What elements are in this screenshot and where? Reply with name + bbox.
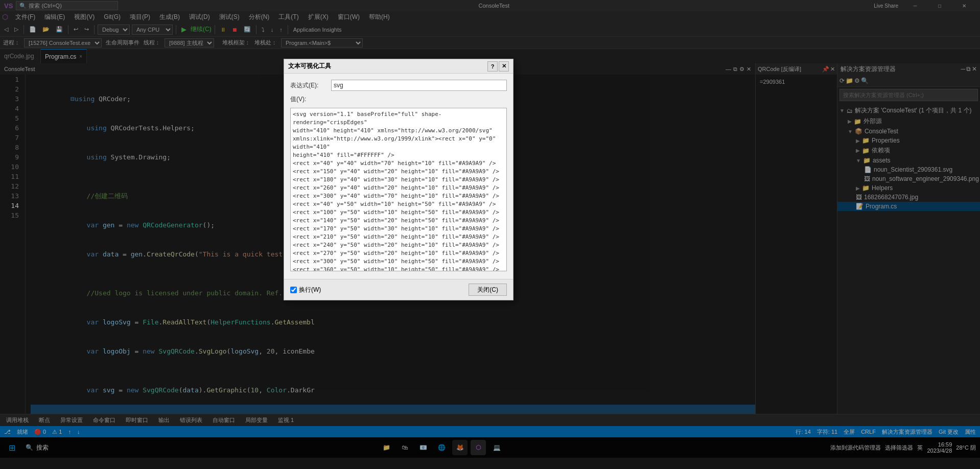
- dialog-close-titlebar-btn[interactable]: ✕: [499, 61, 509, 72]
- dialog-wrap-text: 换行(W): [299, 286, 321, 294]
- dialog-overlay: 文本可视化工具 ? ✕ 表达式(E): 值(V): <svg version="…: [0, 0, 980, 469]
- dialog-wrap-checkbox[interactable]: [290, 287, 297, 293]
- dialog-wrap-label[interactable]: 换行(W): [290, 286, 321, 294]
- dialog-title: 文本可视化工具: [288, 62, 331, 71]
- dialog-close-button[interactable]: 关闭(C): [469, 284, 507, 296]
- dialog-expression-row: 表达式(E):: [290, 80, 507, 91]
- dialog-value-label: 值(V):: [290, 95, 331, 104]
- dialog-expression-input[interactable]: [331, 80, 507, 91]
- dialog-value-row: 值(V):: [290, 95, 507, 104]
- dialog-title-btns: ? ✕: [487, 61, 509, 72]
- visualizer-dialog: 文本可视化工具 ? ✕ 表达式(E): 值(V): <svg version="…: [284, 59, 514, 300]
- dialog-body: 表达式(E): 值(V): <svg version="1.1" basePro…: [284, 74, 513, 279]
- dialog-title-bar: 文本可视化工具 ? ✕: [284, 59, 513, 74]
- dialog-help-btn[interactable]: ?: [487, 61, 498, 72]
- dialog-footer: 换行(W) 关闭(C): [284, 279, 513, 300]
- dialog-expression-label: 表达式(E):: [290, 81, 331, 90]
- dialog-value-textarea[interactable]: <svg version="1.1" baseProfile="full" sh…: [290, 108, 507, 271]
